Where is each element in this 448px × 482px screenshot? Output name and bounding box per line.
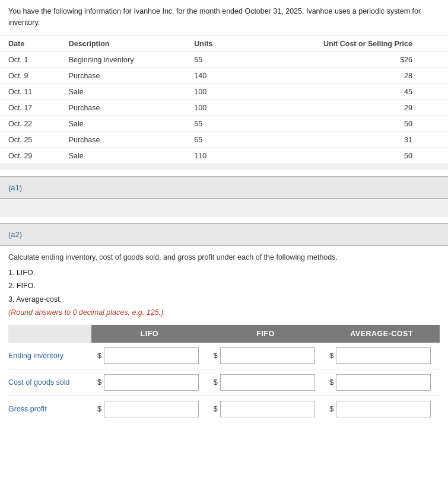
cell-description: Purchase (61, 132, 186, 148)
calc-row-gross-profit: Gross profit $ $ $ (8, 396, 440, 423)
col-header-units: Units (186, 36, 237, 52)
dollar-sign-ending-fifo: $ (214, 352, 218, 360)
input-gross-profit-fifo[interactable] (220, 401, 315, 417)
cell-date: Oct. 25 (0, 132, 61, 148)
method-avg: 3. Average-cost. (8, 293, 440, 307)
section-a1-header: (a1) (0, 176, 448, 199)
col-header-price: Unit Cost or Selling Price (238, 36, 448, 52)
cell-price: 28 (238, 68, 448, 84)
cell-units: 55 (186, 116, 237, 132)
input-cogs-avg[interactable] (336, 374, 431, 391)
a2-body-text: Calculate ending inventory, cost of good… (8, 253, 440, 261)
cell-units: 55 (186, 52, 237, 68)
input-cogs-lifo[interactable] (104, 374, 199, 391)
cell-cogs-avg[interactable]: $ (323, 369, 440, 396)
calc-col-fifo: FIFO (208, 325, 324, 343)
calc-col-avg: AVERAGE-COST (323, 325, 440, 343)
calc-row-ending-inventory: Ending inventory $ $ $ (8, 343, 440, 369)
dollar-sign-cogs-lifo: $ (97, 378, 101, 387)
cell-price: 50 (238, 116, 448, 132)
table-row: Oct. 11 Sale 100 45 (0, 84, 448, 100)
cell-gp-lifo[interactable]: $ (91, 396, 208, 423)
method-lifo: 1. LIFO. (8, 266, 440, 280)
section-a2-body: Calculate ending inventory, cost of good… (0, 246, 448, 432)
cell-units: 100 (186, 100, 237, 116)
dollar-sign-ending-avg: $ (329, 352, 333, 360)
cell-gp-fifo[interactable]: $ (208, 396, 324, 423)
col-header-description: Description (61, 36, 186, 52)
cell-description: Purchase (61, 68, 186, 84)
round-note: (Round answers to 0 decimal places, e.g.… (8, 308, 440, 317)
cell-ending-lifo[interactable]: $ (91, 343, 208, 369)
input-cogs-fifo[interactable] (220, 374, 315, 391)
input-gross-profit-lifo[interactable] (104, 401, 199, 417)
table-row: Oct. 25 Purchase 65 31 (0, 132, 448, 148)
dollar-sign-gp-avg: $ (329, 405, 333, 413)
row-label-gross-profit: Gross profit (8, 396, 91, 423)
methods-list: 1. LIFO. 2. FIFO. 3. Average-cost. (8, 266, 440, 307)
inventory-table: Date Description Units Unit Cost or Sell… (0, 36, 448, 164)
method-fifo: 2. FIFO. (8, 279, 440, 293)
cell-units: 100 (186, 84, 237, 100)
cell-units: 65 (186, 132, 237, 148)
calc-row-cost-goods-sold: Cost of goods sold $ $ $ (8, 369, 440, 396)
table-row: Oct. 9 Purchase 140 28 (0, 68, 448, 84)
cell-cogs-fifo[interactable]: $ (208, 369, 324, 396)
cell-ending-avg[interactable]: $ (323, 343, 440, 369)
cell-date: Oct. 9 (0, 68, 61, 84)
calc-col-lifo: LIFO (91, 325, 208, 343)
row-label-cost-goods-sold: Cost of goods sold (8, 369, 91, 396)
input-ending-inventory-fifo[interactable] (220, 347, 315, 364)
intro-paragraph: You have the following information for I… (0, 0, 448, 36)
cell-description: Beginning inventory (61, 52, 186, 68)
dollar-sign-cogs-avg: $ (329, 378, 333, 387)
input-gross-profit-avg[interactable] (336, 401, 431, 417)
cell-price: 45 (238, 84, 448, 100)
table-row: Oct. 17 Purchase 100 29 (0, 100, 448, 116)
input-ending-inventory-lifo[interactable] (104, 347, 199, 364)
calc-col-empty (8, 325, 91, 343)
col-header-date: Date (0, 36, 61, 52)
cell-description: Sale (61, 148, 186, 164)
cell-description: Sale (61, 116, 186, 132)
cell-units: 140 (186, 68, 237, 84)
dollar-sign-ending-lifo: $ (97, 352, 101, 360)
cell-price: 31 (238, 132, 448, 148)
table-row: Oct. 1 Beginning inventory 55 $26 (0, 52, 448, 68)
cell-ending-fifo[interactable]: $ (208, 343, 324, 369)
calc-table: LIFO FIFO AVERAGE-COST Ending inventory … (8, 325, 440, 422)
dollar-sign-gp-fifo: $ (214, 405, 218, 413)
cell-date: Oct. 1 (0, 52, 61, 68)
cell-cogs-lifo[interactable]: $ (91, 369, 208, 396)
table-row: Oct. 22 Sale 55 50 (0, 116, 448, 132)
cell-units: 110 (186, 148, 237, 164)
cell-date: Oct. 11 (0, 84, 61, 100)
section-a2-header: (a2) (0, 223, 448, 246)
row-label-ending-inventory: Ending inventory (8, 343, 91, 369)
dollar-sign-gp-lifo: $ (97, 405, 101, 413)
cell-gp-avg[interactable]: $ (323, 396, 440, 423)
cell-date: Oct. 29 (0, 148, 61, 164)
cell-price: 29 (238, 100, 448, 116)
table-row: Oct. 29 Sale 110 50 (0, 148, 448, 164)
dollar-sign-cogs-fifo: $ (214, 378, 218, 387)
cell-date: Oct. 17 (0, 100, 61, 116)
cell-date: Oct. 22 (0, 116, 61, 132)
cell-price: $26 (238, 52, 448, 68)
input-ending-inventory-avg[interactable] (336, 347, 431, 364)
cell-description: Sale (61, 84, 186, 100)
cell-price: 50 (238, 148, 448, 164)
cell-description: Purchase (61, 100, 186, 116)
